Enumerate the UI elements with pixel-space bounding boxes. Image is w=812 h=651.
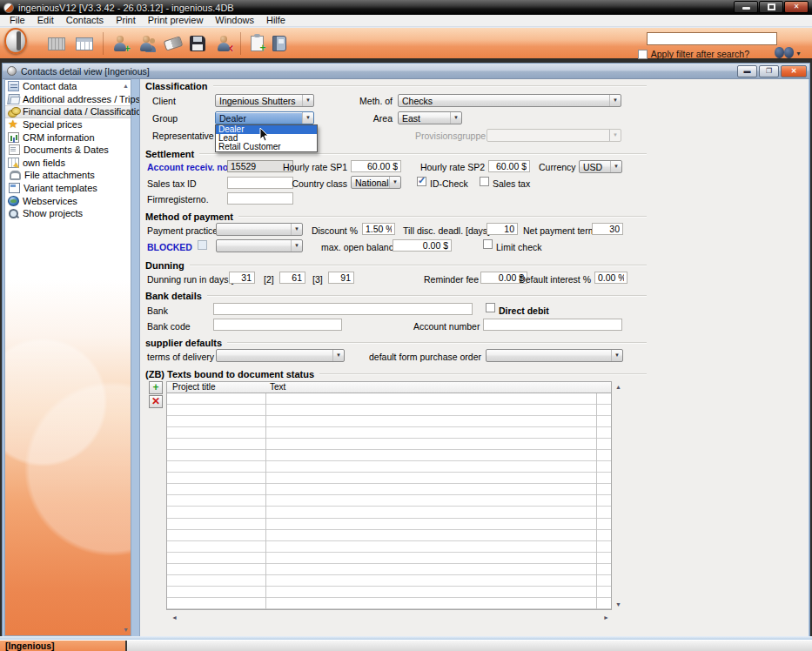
payment-practice-combobox[interactable]: ▼ bbox=[216, 223, 303, 236]
zb-table-row[interactable] bbox=[167, 575, 611, 587]
hourly-rate-sp1-input[interactable] bbox=[351, 160, 401, 172]
zb-table-row[interactable] bbox=[167, 530, 611, 541]
sidebar-item-crm-information[interactable]: CRM information bbox=[5, 131, 131, 144]
zb-table-row[interactable] bbox=[167, 393, 611, 405]
zb-delete-row-button[interactable]: ✕ bbox=[149, 395, 163, 408]
zb-table-row[interactable] bbox=[167, 484, 611, 495]
bank-code-input[interactable] bbox=[213, 319, 342, 331]
sidebar-item-variant-templates[interactable]: Variant templates bbox=[5, 182, 131, 195]
dunning-days-1-input[interactable] bbox=[229, 272, 255, 284]
zb-scroll-up[interactable]: ▲ bbox=[615, 384, 621, 390]
minimize-button[interactable] bbox=[734, 1, 758, 13]
sales-tax-checkbox[interactable] bbox=[480, 177, 489, 186]
zb-table-row[interactable] bbox=[167, 473, 611, 484]
net-payment-term-input[interactable] bbox=[592, 223, 623, 235]
zb-table-row[interactable] bbox=[167, 564, 611, 575]
menu-print[interactable]: Print bbox=[110, 15, 142, 26]
area-combobox[interactable]: East▼ bbox=[398, 111, 462, 124]
sidebar-item-show-projects[interactable]: Show projects bbox=[5, 207, 131, 220]
zb-table-row[interactable] bbox=[167, 507, 611, 518]
notebook-button[interactable] bbox=[268, 32, 291, 55]
max-open-balance-input[interactable] bbox=[393, 239, 452, 252]
apply-filter-checkbox[interactable] bbox=[638, 50, 648, 59]
status-tab-ingenious[interactable]: [Ingenious] bbox=[0, 641, 127, 651]
blocked-combobox[interactable]: ▼ bbox=[216, 239, 303, 252]
zb-table-row[interactable] bbox=[167, 541, 611, 553]
group-option-retail-customer[interactable]: Retail Customer bbox=[216, 143, 317, 151]
firmregisterno-input[interactable] bbox=[227, 192, 293, 205]
dunning-2-label: [2] bbox=[264, 273, 274, 285]
detail-restore-button[interactable]: ❐ bbox=[759, 65, 779, 77]
detail-close-button[interactable]: ✕ bbox=[781, 65, 807, 77]
zb-add-row-button[interactable]: + bbox=[149, 381, 163, 394]
country-class-combobox[interactable]: National▼ bbox=[351, 176, 401, 189]
sidebar-scroll-up[interactable]: ▲ bbox=[123, 83, 129, 89]
sidebar-scroll-down[interactable]: ▼ bbox=[123, 627, 129, 633]
id-check-checkbox[interactable] bbox=[417, 177, 426, 186]
zb-table-row[interactable] bbox=[167, 495, 611, 507]
menu-edit[interactable]: Edit bbox=[31, 15, 60, 26]
contacts-button[interactable] bbox=[135, 32, 158, 55]
sidebar-item-documents-dates[interactable]: Documents & Dates bbox=[5, 144, 131, 157]
dunning-days-3-input[interactable] bbox=[328, 272, 354, 284]
detail-minimize-button[interactable]: ▬ bbox=[737, 65, 757, 77]
zb-table-row[interactable] bbox=[167, 450, 611, 461]
menu-file[interactable]: File bbox=[3, 15, 31, 26]
delete-contact-button[interactable]: ✕ bbox=[212, 32, 235, 55]
sidebar-item-financial-data-classification[interactable]: Financial data / Classification bbox=[5, 105, 131, 118]
zb-table-row[interactable] bbox=[167, 587, 611, 598]
sidebar-item-special-prices[interactable]: Special prices bbox=[5, 118, 131, 131]
direct-debit-checkbox[interactable] bbox=[486, 303, 495, 312]
zb-table-row[interactable] bbox=[167, 553, 611, 564]
dunning-days-2-input[interactable] bbox=[279, 272, 305, 284]
search-run-button[interactable]: ▼ bbox=[775, 47, 802, 59]
sidebar-item-contact-data[interactable]: Contact data bbox=[5, 80, 131, 93]
zb-scroll-down[interactable]: ▼ bbox=[615, 601, 621, 607]
list-view-button[interactable] bbox=[45, 32, 68, 55]
add-contact-button[interactable]: + bbox=[109, 32, 131, 55]
till-deadline-input[interactable] bbox=[487, 223, 518, 235]
client-combobox[interactable]: Ingenious Shutters▼ bbox=[215, 94, 314, 107]
close-button[interactable]: ✕ bbox=[784, 1, 809, 13]
menu-contacts[interactable]: Contacts bbox=[60, 15, 110, 26]
sidebar-item-additional-addresses-trips[interactable]: Additional addresses / Trips bbox=[5, 93, 131, 106]
statusbar: [Ingenious] bbox=[0, 640, 812, 651]
limit-check-checkbox[interactable] bbox=[483, 239, 493, 249]
zb-table-row[interactable] bbox=[167, 461, 611, 473]
default-interest-input[interactable] bbox=[594, 272, 627, 284]
maximize-button[interactable] bbox=[759, 1, 783, 13]
search-input[interactable] bbox=[647, 32, 777, 45]
menu-print-preview[interactable]: Print preview bbox=[142, 15, 210, 26]
section-supplier-defaults: supplier defaults bbox=[145, 338, 647, 348]
home-logo-button[interactable] bbox=[4, 30, 27, 52]
zb-texts-table[interactable]: Project title Text bbox=[166, 381, 612, 610]
zb-scroll-left[interactable]: ◄ bbox=[171, 614, 178, 621]
zb-table-row[interactable] bbox=[167, 519, 611, 530]
sidebar-item-file-attachments[interactable]: File attachments bbox=[5, 169, 131, 182]
sidebar-item-webservices[interactable]: Webservices bbox=[5, 194, 131, 207]
blocked-checkbox[interactable] bbox=[198, 240, 207, 250]
zb-table-row[interactable] bbox=[167, 405, 611, 416]
zb-table-row[interactable] bbox=[167, 416, 611, 427]
default-form-po-combobox[interactable]: ▼ bbox=[486, 349, 623, 362]
new-document-button[interactable]: + bbox=[245, 32, 268, 55]
zb-table-row[interactable] bbox=[167, 598, 611, 609]
menu-windows[interactable]: Windows bbox=[209, 15, 260, 26]
discount-input[interactable] bbox=[362, 223, 395, 235]
group-combobox[interactable]: Dealer▼ bbox=[215, 111, 314, 124]
hourly-rate-sp2-input[interactable] bbox=[488, 160, 530, 172]
sidebar-item-own-fields[interactable]: own fields bbox=[5, 157, 131, 170]
zb-scroll-right[interactable]: ► bbox=[603, 614, 609, 621]
currency-combobox[interactable]: USD▼ bbox=[579, 160, 622, 173]
clear-button[interactable] bbox=[162, 32, 185, 55]
zb-table-row[interactable] bbox=[167, 427, 611, 439]
menu-hilfe[interactable]: Hilfe bbox=[260, 15, 292, 26]
meth-of-combobox[interactable]: Checks▼ bbox=[398, 94, 621, 107]
account-number-input[interactable] bbox=[483, 319, 622, 331]
terms-of-delivery-combobox[interactable]: ▼ bbox=[216, 349, 345, 362]
bank-input[interactable] bbox=[213, 303, 473, 315]
calendar-button[interactable] bbox=[73, 32, 96, 55]
zb-table-row[interactable] bbox=[167, 439, 611, 450]
save-button[interactable] bbox=[186, 32, 209, 55]
provisionsgruppe-combobox[interactable]: ▼ bbox=[487, 129, 621, 142]
